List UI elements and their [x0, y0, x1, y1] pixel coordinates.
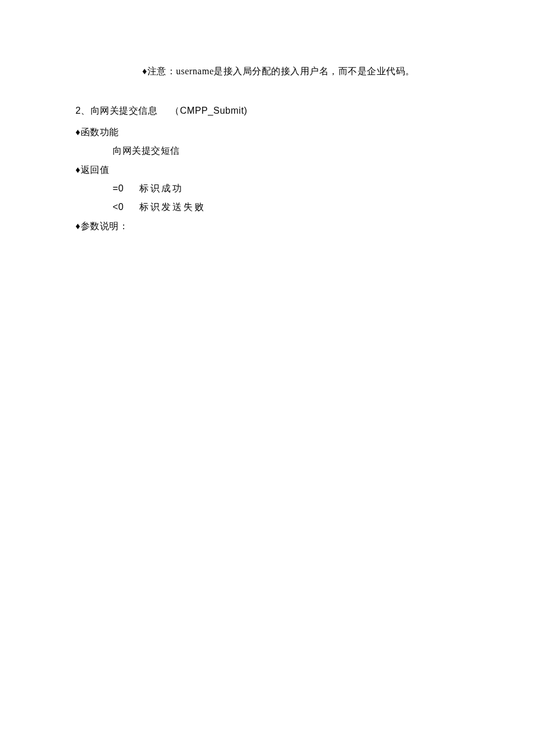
note-label: 注意：: [147, 66, 176, 76]
section-title: 2、向网关提交信息（CMPP_Submit): [75, 102, 488, 120]
section-func: （CMPP_Submit): [170, 106, 247, 115]
field-label-text: 参数说明：: [81, 221, 129, 231]
diamond-icon: ♦: [75, 221, 81, 231]
return-item: =0标识成功: [75, 180, 488, 197]
diamond-icon: ♦: [75, 165, 81, 175]
return-desc: 标识成功: [139, 183, 183, 193]
section-number: 2: [75, 106, 81, 115]
field-label: ♦返回值: [75, 161, 488, 179]
section-sep: 、: [81, 106, 91, 115]
field-label: ♦函数功能: [75, 124, 488, 141]
note-line: ♦注意：username是接入局分配的接入用户名，而不是企业代码。: [75, 63, 488, 80]
return-item: <0标识发送失败: [75, 198, 488, 216]
diamond-icon: ♦: [75, 127, 81, 137]
return-code: <0: [113, 198, 139, 216]
return-desc: 标识发送失败: [139, 202, 205, 212]
field-label: ♦参数说明：: [75, 218, 488, 235]
diamond-icon: ♦: [142, 66, 147, 76]
field-label-text: 函数功能: [81, 127, 119, 137]
section-title-text: 向网关提交信息: [91, 106, 158, 115]
field-desc: 向网关提交短信: [75, 142, 488, 160]
return-code: =0: [113, 180, 139, 197]
field-label-text: 返回值: [81, 165, 110, 175]
note-text: username是接入局分配的接入用户名，而不是企业代码。: [176, 66, 415, 76]
